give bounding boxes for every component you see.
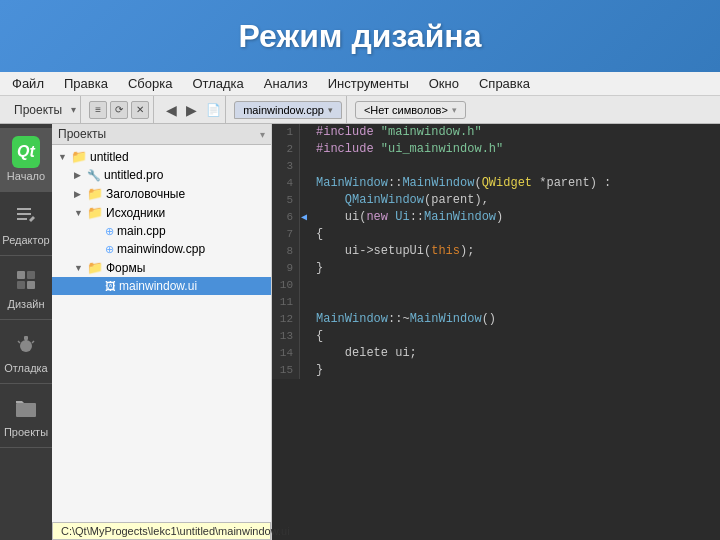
menu-file[interactable]: Файл (8, 74, 48, 93)
tree-arrow-forms: ▼ (74, 263, 84, 273)
debug-icon (12, 330, 40, 358)
code-line-13: 13 { (272, 328, 720, 345)
line-num-7: 7 (272, 226, 300, 243)
line-num-2: 2 (272, 141, 300, 158)
sidebar-projects-label: Проекты (4, 426, 48, 438)
line-num-14: 14 (272, 345, 300, 362)
tree-item-untitled[interactable]: ▼ 📁 untitled (52, 147, 271, 166)
tree-label-mainwindow-ui: mainwindow.ui (119, 279, 197, 293)
filter-btn[interactable]: ≡ (89, 101, 107, 119)
symbols-tab[interactable]: <Нет символов> ▾ (355, 101, 466, 119)
headers-folder-icon: 📁 (87, 186, 103, 201)
toolbar-actions: ≡ ⟳ ✕ (85, 96, 154, 123)
tree-label-sources: Исходники (106, 206, 165, 220)
code-line-11: 11 (272, 294, 720, 311)
svg-rect-2 (17, 218, 27, 220)
sidebar-item-projects[interactable]: Проекты (0, 384, 52, 448)
cpp-icon-main: ⊕ (105, 225, 114, 238)
code-line-15: 15 } (272, 362, 720, 379)
line-num-1: 1 (272, 124, 300, 141)
menu-window[interactable]: Окно (425, 74, 463, 93)
tree-label-headers: Заголовочные (106, 187, 185, 201)
menu-build[interactable]: Сборка (124, 74, 177, 93)
code-editor[interactable]: 1 #include "mainwindow.h" 2 #include "ui… (272, 124, 720, 540)
sidebar-item-start[interactable]: Qt Начало (0, 128, 52, 192)
close-btn[interactable]: ✕ (131, 101, 149, 119)
sync-btn[interactable]: ⟳ (110, 101, 128, 119)
menu-tools[interactable]: Инструменты (324, 74, 413, 93)
line-marker-6: ◀ (300, 209, 308, 226)
path-tooltip: C:\Qt\MyProgects\lekc1\untitled\mainwind… (52, 522, 271, 540)
project-tree: ▼ 📁 untitled ▶ 🔧 untitled.pro ▶ 📁 Заголо… (52, 145, 271, 522)
svg-rect-4 (27, 271, 35, 279)
toolbar-projects-section: Проекты ▾ (4, 96, 81, 123)
main-content: Qt Начало Редактор (0, 124, 720, 540)
symbols-dropdown[interactable]: ▾ (452, 105, 457, 115)
tree-item-mainwindow-ui[interactable]: 🖼 mainwindow.ui (52, 277, 271, 295)
menu-edit[interactable]: Правка (60, 74, 112, 93)
line-num-11: 11 (272, 294, 300, 311)
tree-item-sources[interactable]: ▼ 📁 Исходники (52, 203, 271, 222)
line-num-10: 10 (272, 277, 300, 294)
line-content-13: { (308, 328, 323, 345)
sidebar-item-design[interactable]: Дизайн (0, 256, 52, 320)
line-num-15: 15 (272, 362, 300, 379)
line-content-2: #include "ui_mainwindow.h" (308, 141, 503, 158)
svg-line-10 (18, 341, 20, 343)
qt-logo-icon: Qt (12, 138, 40, 166)
menu-analyze[interactable]: Анализ (260, 74, 312, 93)
tree-arrow-headers: ▶ (74, 189, 84, 199)
code-line-1: 1 #include "mainwindow.h" (272, 124, 720, 141)
svg-rect-6 (27, 281, 35, 289)
path-text: C:\Qt\MyProgects\lekc1\untitled\mainwind… (61, 525, 290, 537)
sidebar-item-debug[interactable]: Отладка (0, 320, 52, 384)
svg-rect-5 (17, 281, 25, 289)
file-tab[interactable]: mainwindow.cpp ▾ (234, 101, 342, 119)
tree-arrow-pro: ▶ (74, 170, 84, 180)
forms-folder-icon: 📁 (87, 260, 103, 275)
menu-debug[interactable]: Отладка (188, 74, 247, 93)
code-line-4: 4 MainWindow::MainWindow(QWidget *parent… (272, 175, 720, 192)
tree-label-untitled: untitled (90, 150, 129, 164)
line-content-9: } (308, 260, 323, 277)
project-panel-title: Проекты (58, 127, 254, 141)
sidebar-design-label: Дизайн (8, 298, 45, 310)
nav-forward[interactable]: ▶ (182, 101, 200, 119)
line-content-15: } (308, 362, 323, 379)
project-panel: Проекты ▾ ▼ 📁 untitled ▶ 🔧 untitled.pro … (52, 124, 272, 540)
page-title: Режим дизайна (239, 18, 482, 55)
code-line-5: 5 QMainWindow(parent), (272, 192, 720, 209)
tree-item-headers[interactable]: ▶ 📁 Заголовочные (52, 184, 271, 203)
line-num-3: 3 (272, 158, 300, 175)
projects-icon (12, 394, 40, 422)
folder-icon: 📁 (71, 149, 87, 164)
ui-file-icon: 🖼 (105, 280, 116, 292)
svg-rect-12 (16, 403, 36, 417)
tree-arrow-untitled: ▼ (58, 152, 68, 162)
pro-file-icon: 🔧 (87, 169, 101, 182)
tree-item-mainwindow-cpp[interactable]: ⊕ mainwindow.cpp (52, 240, 271, 258)
tree-label-main-cpp: main.cpp (117, 224, 166, 238)
code-line-9: 9 } (272, 260, 720, 277)
sidebar: Qt Начало Редактор (0, 124, 52, 540)
code-line-2: 2 #include "ui_mainwindow.h" (272, 141, 720, 158)
line-num-4: 4 (272, 175, 300, 192)
toolbar-file-tab-section: mainwindow.cpp ▾ (230, 96, 347, 123)
line-content-6: ui(new Ui::MainWindow) (308, 209, 503, 226)
line-content-8: ui->setupUi(this); (308, 243, 474, 260)
line-content-14: delete ui; (308, 345, 417, 362)
tree-item-untitled-pro[interactable]: ▶ 🔧 untitled.pro (52, 166, 271, 184)
header-banner: Режим дизайна (0, 0, 720, 72)
tree-item-forms[interactable]: ▼ 📁 Формы (52, 258, 271, 277)
sources-folder-icon: 📁 (87, 205, 103, 220)
nav-back[interactable]: ◀ (162, 101, 180, 119)
code-line-6: 6 ◀ ui(new Ui::MainWindow) (272, 209, 720, 226)
cpp-icon-mainwindow: ⊕ (105, 243, 114, 256)
tab-close-btn[interactable]: ▾ (328, 105, 333, 115)
menu-help[interactable]: Справка (475, 74, 534, 93)
line-num-12: 12 (272, 311, 300, 328)
tree-item-main-cpp[interactable]: ⊕ main.cpp (52, 222, 271, 240)
tree-arrow-sources: ▼ (74, 208, 84, 218)
sidebar-item-editor[interactable]: Редактор (0, 192, 52, 256)
toolbar: Проекты ▾ ≡ ⟳ ✕ ◀ ▶ 📄 mainwindow.cpp ▾ <… (0, 96, 720, 124)
